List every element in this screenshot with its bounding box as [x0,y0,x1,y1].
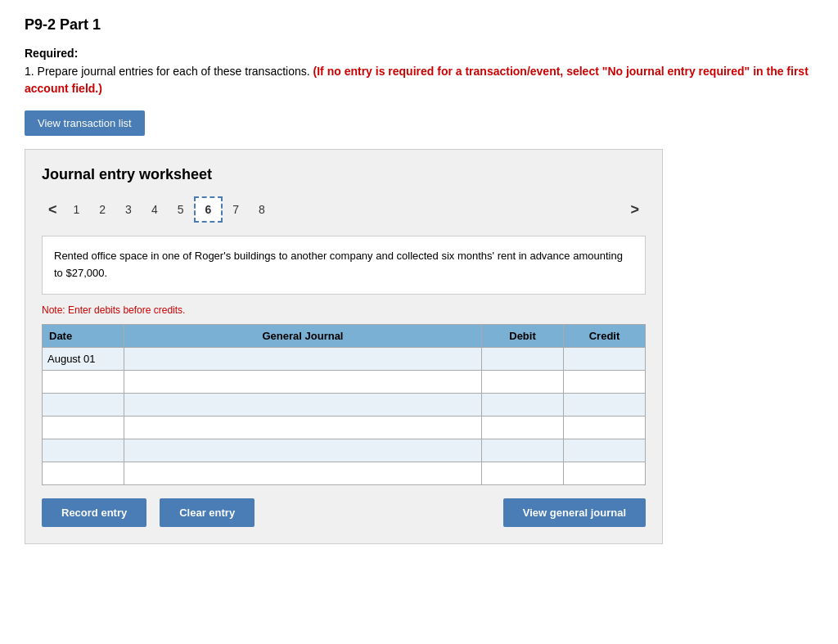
col-header-journal: General Journal [124,324,482,347]
record-entry-button[interactable]: Record entry [42,498,146,527]
journal-input-4[interactable] [124,417,481,439]
tab-8[interactable]: 8 [249,198,275,221]
debit-input-3[interactable] [482,394,563,416]
debit-input-2[interactable] [482,371,563,393]
credit-input-3[interactable] [564,394,645,416]
tab-3[interactable]: 3 [115,198,142,221]
journal-input-5[interactable] [124,439,481,462]
credit-input-6[interactable] [564,462,645,484]
col-header-debit: Debit [482,324,564,347]
tab-5[interactable]: 5 [168,198,194,221]
journal-table: Date General Journal Debit Credit [42,324,646,485]
journal-input-6[interactable] [124,462,481,484]
credit-input-1[interactable] [564,348,645,370]
table-row [43,462,646,484]
tab-1[interactable]: 1 [64,198,90,221]
credit-input-5[interactable] [564,439,645,462]
tab-6[interactable]: 6 [194,196,223,223]
nav-arrow-left[interactable]: < [42,198,64,222]
debit-input-6[interactable] [482,462,563,484]
transaction-description: Rented office space in one of Roger's bu… [42,236,646,295]
instructions: 1. Prepare journal entries for each of t… [25,63,813,97]
required-label: Required: [25,47,813,60]
page-title: P9-2 Part 1 [25,16,813,34]
table-row [43,370,646,393]
journal-input-1[interactable] [124,348,481,370]
journal-input-3[interactable] [124,394,481,416]
date-input-6[interactable] [43,462,124,484]
date-input-2[interactable] [43,371,124,393]
debit-input-5[interactable] [482,439,563,462]
date-input-5[interactable] [43,439,124,462]
table-row [43,416,646,439]
debit-input-1[interactable] [482,348,563,370]
worksheet-title: Journal entry worksheet [42,166,646,183]
tab-navigation: < 1 2 3 4 5 6 7 8 > [42,196,646,223]
table-row [43,347,646,370]
col-header-credit: Credit [564,324,646,347]
debit-input-4[interactable] [482,417,563,439]
date-input-3[interactable] [43,394,124,416]
view-general-journal-button[interactable]: View general journal [503,498,646,527]
note-text: Note: Enter debits before credits. [42,304,646,316]
tab-7[interactable]: 7 [223,198,249,221]
button-row: Record entry Clear entry View general jo… [42,498,646,527]
clear-entry-button[interactable]: Clear entry [160,498,255,527]
table-row [43,393,646,416]
worksheet-container: Journal entry worksheet < 1 2 3 4 5 6 7 … [25,149,663,544]
instructions-plain: 1. Prepare journal entries for each of t… [25,65,313,78]
col-header-date: Date [43,324,124,347]
table-row [43,439,646,462]
tab-2[interactable]: 2 [89,198,115,221]
nav-arrow-right[interactable]: > [624,198,646,222]
view-transaction-button[interactable]: View transaction list [25,110,145,136]
date-input-1[interactable] [43,348,124,370]
journal-input-2[interactable] [124,371,481,393]
credit-input-4[interactable] [564,417,645,439]
date-input-4[interactable] [43,417,124,439]
tab-4[interactable]: 4 [142,198,168,221]
credit-input-2[interactable] [564,371,645,393]
